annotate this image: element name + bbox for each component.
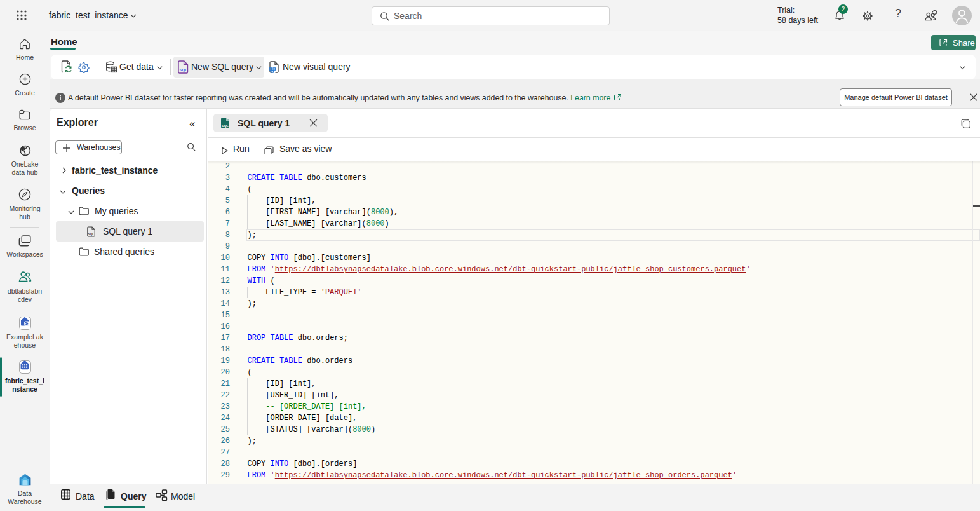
svg-text:SQL: SQL [222, 124, 229, 128]
svg-text:SQL: SQL [88, 233, 95, 236]
svg-text:SQL: SQL [180, 68, 188, 72]
